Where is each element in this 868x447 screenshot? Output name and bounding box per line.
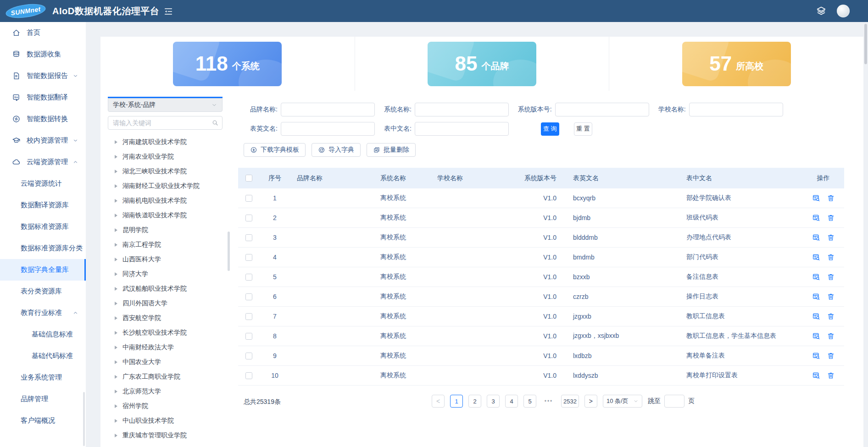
caret-right-icon[interactable] — [115, 360, 117, 364]
tree-item-school[interactable]: 广东农工商职业学院 — [108, 370, 233, 384]
trash-icon[interactable] — [827, 352, 835, 360]
tree-item-school[interactable]: 宿州学院 — [108, 399, 233, 414]
caret-right-icon[interactable] — [115, 419, 117, 423]
sidebar-item[interactable]: 云端资源统计 — [0, 173, 86, 194]
tree-item-school[interactable]: 湖南机电职业技术学院 — [108, 193, 233, 208]
sidebar-item[interactable]: 首页 — [0, 22, 86, 44]
window-scrollbar[interactable] — [864, 24, 867, 64]
filter-input[interactable] — [555, 103, 649, 116]
row-checkbox[interactable] — [245, 293, 252, 300]
trash-icon[interactable] — [827, 312, 835, 320]
page-number-button[interactable]: 3 — [487, 395, 500, 408]
caret-right-icon[interactable] — [115, 316, 117, 320]
page-number-button[interactable]: 4 — [505, 395, 518, 408]
tree-item-school[interactable]: 四川外国语大学 — [108, 296, 233, 311]
tree-item-school[interactable]: 长沙航空职业技术学院 — [108, 326, 233, 340]
page-ellipsis[interactable]: ••• — [542, 398, 556, 404]
tree-item-school[interactable]: 河南农业职业学院 — [108, 149, 233, 164]
select-all-checkbox[interactable] — [245, 175, 252, 182]
caret-right-icon[interactable] — [115, 243, 117, 247]
tree-mode-select[interactable]: 学校-系统-品牌 — [108, 98, 223, 112]
tree-item-school[interactable]: 武汉船舶职业技术学院 — [108, 281, 233, 296]
sidebar-scrollbar[interactable] — [83, 392, 85, 446]
search-icon[interactable] — [211, 119, 219, 127]
caret-right-icon[interactable] — [115, 214, 117, 217]
view-detail-icon[interactable] — [812, 253, 820, 261]
caret-right-icon[interactable] — [115, 375, 117, 379]
row-checkbox[interactable] — [245, 313, 252, 320]
caret-right-icon[interactable] — [115, 140, 117, 144]
tree-scrollbar[interactable] — [228, 232, 230, 271]
sidebar-item[interactable]: 智能数据报告 — [0, 65, 86, 87]
caret-right-icon[interactable] — [115, 331, 117, 335]
caret-right-icon[interactable] — [115, 199, 117, 203]
sidebar-item[interactable]: 数据标准资源库分类 — [0, 237, 86, 259]
sidebar-item[interactable]: 表分类资源库 — [0, 281, 86, 302]
trash-icon[interactable] — [827, 292, 835, 301]
caret-right-icon[interactable] — [115, 228, 117, 232]
tree-item-school[interactable]: 中山职业技术学院 — [108, 414, 233, 428]
sidebar-item-active[interactable]: 数据字典全量库 — [0, 259, 86, 281]
view-detail-icon[interactable] — [812, 273, 820, 281]
filter-input[interactable] — [415, 122, 509, 136]
view-detail-icon[interactable] — [812, 233, 820, 242]
tree-item-school[interactable]: 中国农业大学 — [108, 355, 233, 370]
caret-right-icon[interactable] — [115, 170, 117, 173]
view-detail-icon[interactable] — [812, 371, 820, 380]
caret-right-icon[interactable] — [115, 302, 117, 305]
row-checkbox[interactable] — [245, 254, 252, 261]
filter-input[interactable] — [689, 103, 783, 116]
page-last-button[interactable]: 2532 — [561, 395, 579, 408]
filter-input[interactable] — [415, 103, 509, 116]
caret-right-icon[interactable] — [115, 287, 117, 291]
fold-menu-icon[interactable] — [163, 6, 173, 17]
caret-right-icon[interactable] — [115, 184, 117, 188]
row-checkbox[interactable] — [245, 274, 252, 281]
caret-right-icon[interactable] — [115, 390, 117, 393]
tree-item-school[interactable]: 重庆城市管理职业学院 — [108, 428, 233, 443]
import-dictionary-button[interactable]: 导入字典 — [312, 143, 361, 157]
view-detail-icon[interactable] — [812, 292, 820, 301]
row-checkbox[interactable] — [245, 234, 252, 241]
user-avatar[interactable] — [837, 5, 850, 17]
tree-item-school[interactable]: 山西医科大学 — [108, 252, 233, 267]
view-detail-icon[interactable] — [812, 194, 820, 202]
sidebar-item[interactable]: 云端资源管理 — [0, 151, 86, 173]
caret-right-icon[interactable] — [115, 272, 117, 276]
page-number-button[interactable]: 5 — [523, 395, 536, 408]
tree-item-school[interactable]: 西安航空学院 — [108, 311, 233, 326]
view-detail-icon[interactable] — [812, 332, 820, 340]
page-size-select[interactable]: 10 条/页 — [603, 395, 642, 408]
sidebar-item[interactable]: 智能数据转换 — [0, 108, 86, 130]
tree-item-school[interactable]: 湖南铁道职业技术学院 — [108, 208, 233, 223]
sidebar-item[interactable]: 基础信息标准 — [0, 324, 86, 345]
sidebar-item[interactable]: En智能数据翻译 — [0, 87, 86, 108]
row-checkbox[interactable] — [245, 353, 252, 359]
tree-item-school[interactable]: 中南财经政法大学 — [108, 340, 233, 355]
sidebar-item[interactable]: 数据翻译资源库 — [0, 194, 86, 216]
sidebar-item[interactable]: 数据源收集 — [0, 44, 86, 65]
download-template-button[interactable]: 下载字典模板 — [244, 143, 306, 157]
caret-right-icon[interactable] — [115, 434, 117, 437]
sidebar-item[interactable]: 品牌管理 — [0, 388, 86, 410]
row-checkbox[interactable] — [245, 333, 252, 340]
filter-input[interactable] — [281, 103, 375, 116]
caret-right-icon[interactable] — [115, 346, 117, 349]
page-next-button[interactable]: > — [584, 395, 597, 408]
sidebar-item[interactable]: 校内资源管理 — [0, 130, 86, 151]
layers-icon[interactable] — [816, 6, 827, 17]
batch-delete-button[interactable]: 批量删除 — [367, 143, 416, 157]
page-number-button[interactable]: 2 — [468, 395, 481, 408]
caret-right-icon[interactable] — [115, 155, 117, 159]
trash-icon[interactable] — [827, 233, 835, 242]
query-button[interactable]: 查 询 — [541, 122, 559, 136]
page-number-button[interactable]: 1 — [450, 395, 463, 408]
tree-item-school[interactable]: 湖北三峡职业技术学院 — [108, 164, 233, 179]
caret-right-icon[interactable] — [115, 404, 117, 408]
row-checkbox[interactable] — [245, 195, 252, 202]
view-detail-icon[interactable] — [812, 352, 820, 360]
trash-icon[interactable] — [827, 371, 835, 380]
filter-input[interactable] — [281, 122, 375, 136]
tree-item-school[interactable]: 湖南财经工业职业技术学院 — [108, 179, 233, 193]
tree-item-school[interactable]: 北京师范大学 — [108, 384, 233, 399]
